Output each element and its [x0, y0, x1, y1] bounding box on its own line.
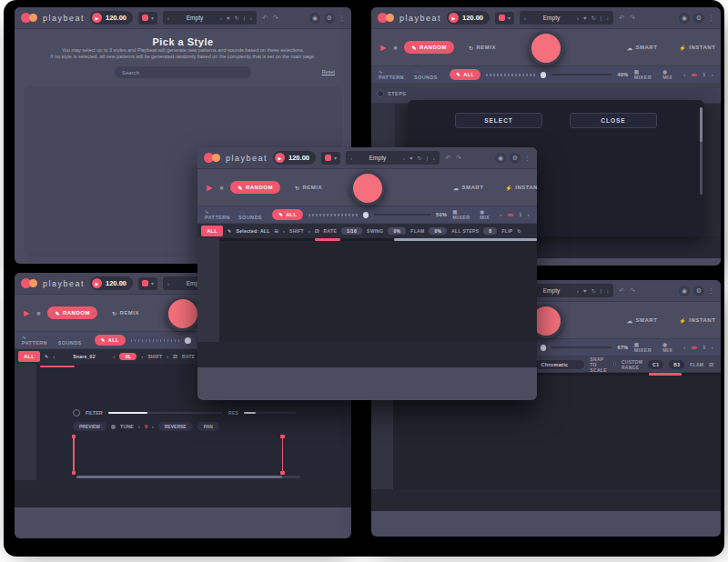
xl-toggle[interactable]: XL [119, 353, 136, 360]
complexity-slider[interactable] [131, 339, 180, 342]
gear-icon[interactable]: ⚙ [693, 13, 704, 24]
save-icon[interactable]: ↓ [606, 288, 609, 294]
preview-button[interactable]: PREVIEW [73, 422, 106, 431]
preset-name[interactable]: Empty [357, 155, 399, 161]
play-icon[interactable]: ▶ [449, 13, 459, 23]
tab-sounds[interactable]: ◌◌ SOUNDS [414, 69, 444, 80]
gear-icon[interactable]: ⚙ [510, 153, 521, 164]
redo-icon[interactable]: ↷ [456, 155, 461, 162]
custom-range-dot[interactable] [613, 362, 616, 366]
pan-button[interactable]: PAN [197, 422, 219, 431]
range-high[interactable]: B3 [669, 360, 684, 369]
info-icon[interactable]: ◉ [495, 153, 506, 164]
bpm-display[interactable]: ▶120.00 [447, 11, 490, 25]
edit-icon[interactable]: ✎ [228, 228, 232, 234]
favorite-icon[interactable]: ♥ [583, 15, 587, 21]
play-icon[interactable]: ▶ [92, 278, 102, 288]
save-icon[interactable]: ↓ [606, 15, 609, 21]
search-input[interactable]: Search [115, 66, 251, 78]
all-button[interactable]: ALL [201, 226, 223, 236]
slider-knob[interactable] [541, 72, 547, 78]
mode-select[interactable]: ▾ [138, 277, 157, 290]
complexity-slider[interactable] [308, 214, 358, 216]
stop-button[interactable]: ■ [393, 45, 397, 51]
loop-next-icon[interactable]: › [712, 345, 713, 350]
favorite-icon[interactable]: ♥ [227, 15, 230, 21]
stop-button[interactable]: ■ [219, 185, 223, 191]
loop-prev-icon[interactable]: ‹ [683, 345, 685, 350]
slider-knob[interactable] [541, 345, 547, 351]
save-icon[interactable]: ↓ [249, 15, 252, 21]
mixer-button[interactable]: ▣ MIXER [634, 69, 657, 80]
remix-button[interactable]: ↻REMIX [105, 306, 147, 319]
random-button[interactable]: ✎RANDOM [230, 181, 280, 194]
edit-icon[interactable]: ✎ [45, 354, 49, 359]
undo-icon[interactable]: ↶ [262, 15, 268, 22]
bpm-display[interactable]: ▶120.00 [90, 11, 133, 25]
info-icon[interactable]: ◉ [309, 13, 320, 24]
next-sample-button[interactable]: › [113, 354, 115, 359]
play-button[interactable]: ▶ [24, 309, 29, 317]
infinity-loop-button[interactable]: ∞ [691, 70, 697, 79]
all-toggle[interactable]: ✎ALL [450, 69, 480, 80]
all-steps-value[interactable]: 8 [483, 227, 497, 235]
loop-prev-icon[interactable]: ‹ [500, 212, 501, 217]
reload-icon[interactable]: ↻ [592, 15, 596, 21]
infinity-loop-button[interactable]: ∞ [691, 343, 697, 352]
end-marker[interactable] [282, 435, 284, 475]
mixer-button[interactable]: ▣ MIXER [634, 342, 657, 353]
preset-name[interactable]: Empty [531, 15, 572, 21]
tab-pattern[interactable]: ∿ PATTERN [22, 335, 53, 346]
play-icon[interactable]: ▶ [92, 13, 102, 23]
stop-button[interactable]: ■ [36, 310, 40, 316]
loop-next-icon[interactable]: › [528, 212, 530, 217]
complexity-slider[interactable] [486, 74, 535, 76]
preset-name[interactable]: Empty [174, 15, 216, 21]
gear-icon[interactable]: ⚙ [324, 13, 335, 24]
waveform-scrollbar[interactable] [76, 476, 300, 478]
undo-icon[interactable]: ↶ [619, 287, 624, 295]
loop-prev-icon[interactable]: ‹ [683, 72, 685, 77]
tune-down[interactable]: ‹ [138, 424, 140, 429]
link-icon[interactable]: ⊟ [275, 228, 279, 234]
close-button[interactable]: CLOSE [570, 113, 657, 128]
reload-icon[interactable]: ↻ [235, 15, 239, 21]
mode-select[interactable]: ▾ [495, 12, 514, 25]
redo-icon[interactable]: ↷ [630, 15, 635, 22]
tab-pattern[interactable]: ∿ PATTERN [205, 209, 233, 220]
filter-icon[interactable] [73, 409, 80, 416]
rate-value[interactable]: 1/16 [341, 227, 362, 235]
dice-icon[interactable]: ⚂ [315, 228, 319, 234]
random-button[interactable]: ✎RANDOM [404, 41, 454, 54]
generate-big-button[interactable] [166, 296, 200, 331]
loop-icon[interactable]: ↻ [517, 228, 521, 234]
filter-slider[interactable] [108, 412, 223, 414]
waveform[interactable] [76, 437, 300, 471]
slider-knob[interactable] [363, 212, 369, 218]
grid-scroll-strip[interactable] [219, 238, 537, 241]
play-button[interactable]: ▶ [380, 44, 386, 52]
generate-big-button[interactable] [350, 171, 385, 206]
smart-button[interactable]: ☁SMART [620, 41, 664, 54]
mixer-button[interactable]: ▣ MIXER [452, 209, 474, 220]
all-toggle[interactable]: ✎ALL [272, 209, 303, 220]
reset-link[interactable]: Reset [322, 69, 335, 75]
preset-next-icon[interactable]: › [577, 15, 579, 21]
panel-scrollbar[interactable] [700, 107, 703, 195]
shift-left-button[interactable]: ‹ [141, 354, 143, 359]
select-button[interactable]: SELECT [455, 113, 542, 128]
range-low[interactable]: C1 [648, 360, 663, 369]
res-slider[interactable] [244, 412, 297, 414]
reload-icon[interactable]: ↻ [418, 155, 422, 161]
tab-pattern[interactable]: ∿ PATTERN [379, 69, 409, 80]
kebab-menu-icon[interactable]: ⋮ [708, 15, 714, 22]
preset-prev-icon[interactable]: ‹ [350, 156, 352, 161]
instant-button[interactable]: ⚡INSTANT [498, 181, 537, 194]
mode-select[interactable]: ▾ [138, 12, 157, 25]
smart-button[interactable]: ☁SMART [446, 181, 490, 194]
loop-next-icon[interactable]: › [712, 72, 713, 77]
prev-sample-button[interactable]: ‹ [54, 354, 56, 359]
kebab-menu-icon[interactable]: ⋮ [339, 15, 345, 22]
play-icon[interactable]: ▶ [275, 153, 285, 163]
shift-right-button[interactable]: › [167, 354, 168, 359]
